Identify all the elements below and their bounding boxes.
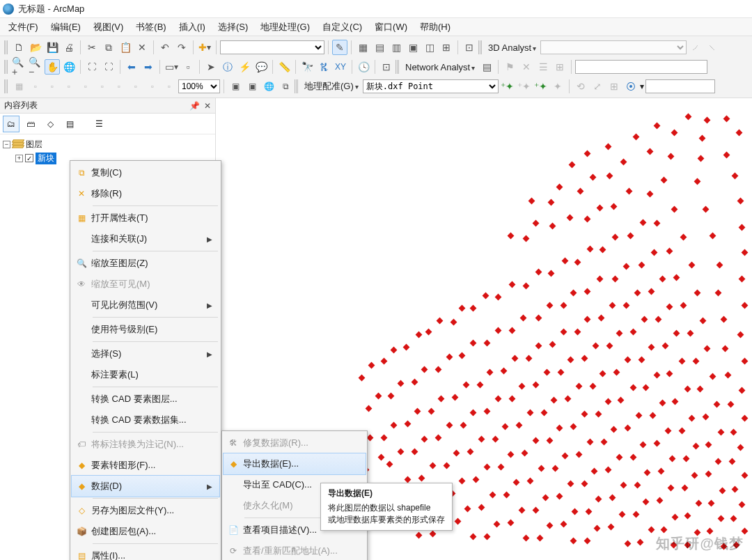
gr-tool-8[interactable]: ▫ <box>128 79 143 94</box>
cut-button[interactable]: ✂ <box>84 40 100 55</box>
georef-tool-b4[interactable]: ⦿ <box>623 79 639 94</box>
georef-tool-b1[interactable]: ⟲ <box>573 79 588 94</box>
menu-item[interactable]: 转换 CAD 要素数据集... <box>72 410 219 430</box>
georef-tool-a1[interactable]: ⁺✦ <box>500 79 515 94</box>
gr-tool-5[interactable]: ▫ <box>78 79 93 94</box>
gr-tool-3[interactable]: ▫ <box>45 79 60 94</box>
identify-button[interactable]: ⓘ <box>220 59 235 75</box>
expand-icon[interactable]: + <box>15 155 23 162</box>
gr-view-4[interactable]: ⧉ <box>278 79 293 94</box>
menu-item[interactable]: 使用符号级别(E) <box>72 319 219 340</box>
viewer-button[interactable]: ⊡ <box>379 59 394 75</box>
analyst3d-label[interactable]: 3D Analyst <box>485 42 539 53</box>
menu-item[interactable]: 连接和关联(J)▶ <box>72 228 219 249</box>
catalog-button[interactable]: ▦ <box>355 40 370 55</box>
analyst3d-tool-2[interactable]: ⟍ <box>705 40 720 55</box>
analyst3d-tool-1[interactable]: ⟋ <box>688 40 703 55</box>
layer-visibility-checkbox[interactable]: ✓ <box>25 154 33 162</box>
undo-button[interactable]: ↶ <box>157 40 173 55</box>
toc-visibility-button[interactable]: ◇ <box>42 116 58 132</box>
redo-button[interactable]: ↷ <box>174 40 189 55</box>
network-analyst-label[interactable]: Network Analyst <box>402 62 478 72</box>
gr-tool-2[interactable]: ▫ <box>28 79 43 94</box>
gr-tool-1[interactable]: ▦ <box>11 79 26 94</box>
network-input[interactable] <box>575 60 707 74</box>
find-route-button[interactable]: ⛕ <box>316 59 331 75</box>
gr-tool-7[interactable]: ▫ <box>111 79 127 94</box>
analyst3d-layer-select[interactable] <box>540 40 687 54</box>
print-button[interactable]: 🖨 <box>61 40 77 55</box>
menu-item[interactable]: 地理处理(G) <box>255 19 315 36</box>
toolbar-grip-icon[interactable] <box>4 79 8 93</box>
menu-item[interactable]: ◆数据(D)▶ <box>72 476 219 497</box>
measure-button[interactable]: 📏 <box>276 59 292 75</box>
menu-item[interactable]: ✕移除(R) <box>72 183 219 204</box>
menu-item[interactable]: ▤属性(I)... <box>72 545 219 560</box>
tree-dataframe-row[interactable]: − 图层 <box>3 137 212 151</box>
close-icon[interactable]: ✕ <box>204 101 211 111</box>
menu-item[interactable]: 选择(S)▶ <box>72 343 219 364</box>
select-features-button[interactable]: ▭▾ <box>164 59 179 75</box>
network-window-button[interactable]: ▤ <box>479 59 494 75</box>
georef-tool-b3[interactable]: ⊞ <box>606 79 622 94</box>
search-button[interactable]: ▤ <box>372 40 387 55</box>
menu-item[interactable]: 帮助(H) <box>414 19 456 36</box>
gr-tool-4[interactable]: ▫ <box>61 79 77 94</box>
georef-tool-a2[interactable]: ⁺✦ <box>517 79 532 94</box>
toolbar-grip-icon[interactable] <box>478 40 483 54</box>
xy-button[interactable]: XY <box>333 59 348 75</box>
zoom-percent-select[interactable]: 100% <box>178 79 220 93</box>
prev-extent-button[interactable]: ⬅ <box>124 59 139 75</box>
html-popup-button[interactable]: 💬 <box>253 59 269 75</box>
menu-item[interactable]: 自定义(C) <box>317 19 368 36</box>
menu-item[interactable]: 文件(F) <box>3 19 44 36</box>
model-button[interactable]: ◫ <box>422 40 437 55</box>
fixed-zoom-out-button[interactable]: ⛶ <box>101 59 116 75</box>
menu-item[interactable]: 可见比例范围(V)▶ <box>72 295 219 316</box>
zoom-out-button[interactable]: 🔍− <box>28 59 43 75</box>
hyperlink-button[interactable]: ⚡ <box>237 59 252 75</box>
copy-button[interactable]: ⧉ <box>101 40 116 55</box>
georef-tool-a4[interactable]: ✦ <box>550 79 565 94</box>
network-tool-2[interactable]: ✕ <box>519 59 534 75</box>
scale-select[interactable] <box>220 40 324 54</box>
gr-view-1[interactable]: ▣ <box>228 79 243 94</box>
python-button[interactable]: ▣ <box>405 40 421 55</box>
menu-item[interactable]: ▦打开属性表(T) <box>72 208 219 228</box>
menu-item[interactable]: 标注要素(L) <box>72 364 219 385</box>
toolbar-grip-icon[interactable] <box>395 60 400 74</box>
add-data-button[interactable]: ✚▾ <box>197 40 212 55</box>
georef-layer-select[interactable]: 新块.dxf Point <box>363 79 499 93</box>
menu-item[interactable]: 插入(I) <box>173 19 211 36</box>
georef-tool-b2[interactable]: ⤢ <box>590 79 605 94</box>
menu-item[interactable]: ◇另存为图层文件(Y)... <box>72 500 219 521</box>
network-tool-4[interactable]: ⊞ <box>552 59 567 75</box>
gr-tool-6[interactable]: ▫ <box>95 79 110 94</box>
menu-item[interactable]: 🔍缩放至图层(Z) <box>72 253 219 274</box>
open-button[interactable]: 📂 <box>28 40 43 55</box>
save-button[interactable]: 💾 <box>45 40 60 55</box>
menu-item[interactable]: 📦创建图层包(A)... <box>72 521 219 542</box>
find-button[interactable]: 🔭 <box>299 59 315 75</box>
editor-toolbar-button[interactable]: ✎ <box>332 40 347 55</box>
georef-rotation-input[interactable] <box>645 79 715 93</box>
toc-selection-button[interactable]: ▤ <box>61 116 78 132</box>
georef-tool-a3[interactable]: ⁺✦ <box>533 79 549 94</box>
results-button[interactable]: ⊞ <box>439 40 454 55</box>
toolbar-grip-icon[interactable] <box>295 79 299 93</box>
menu-item[interactable]: 编辑(E) <box>45 19 86 36</box>
menu-item[interactable]: ◆要素转图形(F)... <box>72 455 219 476</box>
menu-item[interactable]: 窗口(W) <box>369 19 413 36</box>
network-tool-1[interactable]: ⚑ <box>502 59 517 75</box>
toolbox-button[interactable]: ▥ <box>389 40 404 55</box>
next-extent-button[interactable]: ➡ <box>141 59 156 75</box>
georef-label[interactable]: 地理配准(G) <box>301 80 361 93</box>
layout-button[interactable]: ⊡ <box>462 40 477 55</box>
zoom-in-button[interactable]: 🔍+ <box>11 59 26 75</box>
gr-view-3[interactable]: 🌐 <box>261 79 276 94</box>
menu-item[interactable]: 书签(B) <box>130 19 171 36</box>
time-slider-button[interactable]: 🕓 <box>356 59 371 75</box>
toolbar-grip-icon[interactable] <box>4 60 8 74</box>
gr-tool-10[interactable]: ▫ <box>162 79 177 94</box>
gr-tool-9[interactable]: ▫ <box>145 79 160 94</box>
